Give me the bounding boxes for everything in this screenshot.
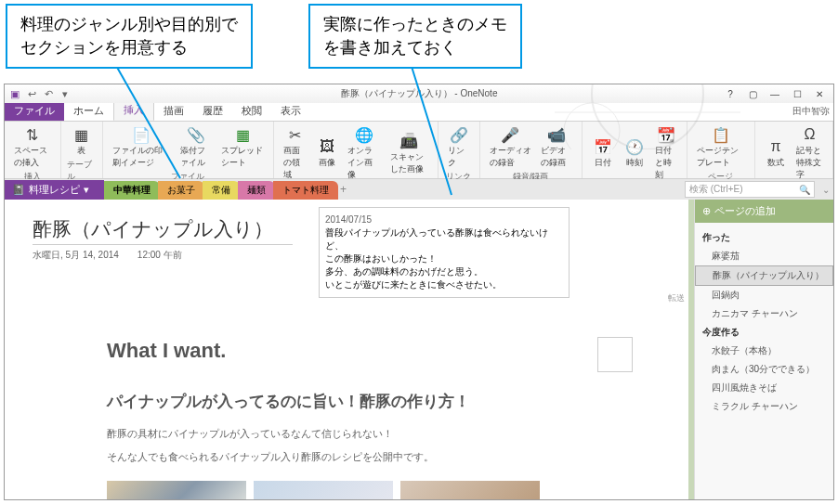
link-button[interactable]: 🔗リンク	[444, 123, 474, 171]
tag-label: 転送	[668, 292, 685, 304]
article-image[interactable]	[254, 481, 393, 499]
ribbon-content: ⇅スペースの挿入挿入 ▦表テーブル 📄ファイルの印刷イメージ 📎添付ファイル ▦…	[5, 122, 833, 179]
search-scope-icon[interactable]: ⌄	[822, 185, 830, 195]
tab-history[interactable]: 履歴	[193, 101, 232, 121]
page-panel: ⊕ページの追加 作った麻婆茄酢豚（パイナップル入り）回鍋肉カニカマ チャーハン今…	[694, 200, 833, 499]
section-tab[interactable]: トマト料理	[273, 181, 338, 200]
page-item[interactable]: カニカマ チャーハン	[695, 304, 833, 323]
close-icon[interactable]: ✕	[809, 87, 830, 100]
help-icon[interactable]: ?	[720, 87, 740, 100]
file-printout-button[interactable]: 📄ファイルの印刷イメージ	[109, 123, 175, 171]
date-icon: 📅	[594, 137, 612, 156]
time-button[interactable]: 🕐時刻	[620, 136, 649, 171]
ribbon-toggle-icon[interactable]: ▢	[742, 87, 763, 100]
table-button[interactable]: ▦表	[67, 123, 97, 159]
table-icon: ▦	[72, 125, 91, 144]
picture-button[interactable]: 🖼画像	[312, 136, 342, 171]
spreadsheet-button[interactable]: ▦スプレッドシート	[217, 123, 268, 171]
add-page-button[interactable]: ⊕ページの追加	[695, 200, 833, 223]
page-item[interactable]: 酢豚（パイナップル入り）	[695, 265, 833, 286]
onenote-window: ▣ ↩ ↶ ▾ 酢豚（パイナップル入り） - OneNote ? ▢ — ☐ ✕…	[4, 84, 834, 500]
template-icon: 📋	[712, 125, 730, 144]
video-icon: 📹	[547, 125, 566, 144]
article-paragraph[interactable]: そんな人でも食べられるパイナップル入り酢豚のレシピを公開中です。	[107, 450, 633, 464]
date-button[interactable]: 📅日付	[588, 136, 618, 171]
attach-icon: 📎	[187, 125, 205, 144]
add-section-button[interactable]: +	[340, 183, 347, 196]
scanner-icon: 📠	[399, 132, 418, 150]
picture-icon: 🖼	[318, 137, 336, 156]
printout-icon: 📄	[132, 125, 151, 144]
page-date[interactable]: 水曜日, 5月 14, 2014 12:00 午前	[33, 249, 293, 262]
tab-file[interactable]: ファイル	[5, 101, 64, 121]
note-line: この酢豚はおいしかった！	[325, 252, 563, 265]
article-subheading[interactable]: パイナップルが入ってるのに旨い！酢豚の作り方！	[107, 391, 633, 412]
tab-home[interactable]: ホーム	[64, 101, 113, 121]
datetime-icon: 📆	[657, 125, 675, 144]
undo-icon[interactable]: ↶	[42, 87, 55, 100]
note-date: 2014/07/15	[325, 213, 563, 226]
scanned-image-button[interactable]: 📠スキャンした画像	[386, 130, 432, 177]
equation-button[interactable]: π数式	[761, 136, 791, 171]
attach-file-button[interactable]: 📎添付ファイル	[177, 123, 216, 171]
equation-icon: π	[766, 137, 785, 156]
page-template-button[interactable]: 📋ページテンプレート	[693, 123, 749, 171]
page-item[interactable]: 麻婆茄	[695, 247, 833, 265]
search-input[interactable]: 検索 (Ctrl+E)🔍	[685, 181, 815, 198]
titlebar: ▣ ↩ ↶ ▾ 酢豚（パイナップル入り） - OneNote ? ▢ — ☐ ✕	[5, 84, 833, 103]
page-item[interactable]: 肉まん（30分でできる）	[695, 360, 833, 379]
note-line: いとこが遊びに来たときに食べさせたい。	[325, 278, 563, 291]
tab-view[interactable]: 表示	[271, 101, 310, 121]
back-icon[interactable]: ↩	[25, 87, 38, 100]
page-item[interactable]: 水餃子（本格）	[695, 342, 833, 360]
user-name[interactable]: 田中智弥	[792, 105, 830, 118]
insert-space-button[interactable]: ⇅スペースの挿入	[10, 123, 55, 171]
tab-draw[interactable]: 描画	[154, 101, 193, 121]
section-tab[interactable]: 中華料理	[104, 181, 160, 200]
app-icon: ▣	[8, 87, 21, 100]
page-item[interactable]: 回鍋肉	[695, 286, 833, 304]
article-paragraph[interactable]: 酢豚の具材にパイナップルが入っているなんて信じられない！	[107, 427, 633, 441]
section-tab[interactable]: お菓子	[158, 181, 204, 200]
page-group[interactable]: 今度作る	[695, 323, 833, 342]
audio-icon: 🎤	[501, 125, 519, 144]
page-item[interactable]: ミラクル チャーハン	[695, 397, 833, 416]
notebook-dropdown[interactable]: 📓料理レシピ▾	[5, 180, 104, 200]
page-title[interactable]: 酢豚（パイナップル入り）	[33, 216, 293, 245]
ribbon-tabs: ファイル ホーム 挿入 描画 履歴 校閲 表示	[5, 103, 833, 122]
screen-clip-button[interactable]: ✂画面の領域	[280, 123, 310, 183]
article-image[interactable]	[400, 481, 540, 499]
minimize-icon[interactable]: —	[765, 87, 785, 100]
tab-review[interactable]: 校閲	[232, 101, 271, 121]
maximize-icon[interactable]: ☐	[787, 87, 807, 100]
space-icon: ⇅	[23, 125, 42, 144]
page-item[interactable]: 四川風焼きそば	[695, 379, 833, 397]
notebook-bar: 📓料理レシピ▾ 中華料理お菓子常備麺類トマト料理 + 検索 (Ctrl+E)🔍 …	[5, 179, 833, 200]
link-icon: 🔗	[450, 125, 468, 144]
callout-left: 料理のジャンル別や目的別で セクションを用意する	[6, 4, 253, 69]
customize-icon[interactable]: ▾	[59, 87, 72, 100]
page-group[interactable]: 作った	[695, 228, 833, 247]
callout-right: 実際に作ったときのメモ を書き加えておく	[308, 4, 522, 69]
datetime-button[interactable]: 📆日付と時刻	[651, 123, 681, 183]
note-line: 普段パイナップルが入っている酢豚は食べられないけど、	[325, 226, 563, 252]
search-icon: 🔍	[799, 185, 810, 195]
clip-icon: ✂	[286, 125, 305, 144]
page-canvas[interactable]: 酢豚（パイナップル入り） 水曜日, 5月 14, 2014 12:00 午前 2…	[5, 200, 694, 499]
symbol-button[interactable]: Ω記号と特殊文字	[792, 123, 827, 183]
note-container[interactable]: 2014/07/15 普段パイナップルが入っている酢豚は食べられないけど、 この…	[319, 207, 570, 298]
note-line: 多分、あの調味料のおかげだと思う。	[325, 265, 563, 278]
symbol-icon: Ω	[801, 125, 819, 144]
record-video-button[interactable]: 📹ビデオの録画	[537, 123, 576, 171]
article-heading[interactable]: What I want.	[107, 339, 633, 363]
plus-icon: ⊕	[702, 205, 711, 217]
online-picture-button[interactable]: 🌐オンライン画像	[344, 123, 385, 183]
record-audio-button[interactable]: 🎤オーディオの録音	[486, 123, 535, 171]
time-icon: 🕐	[625, 137, 644, 156]
notebook-icon: 📓	[12, 184, 25, 196]
online-picture-icon: 🌐	[355, 125, 373, 144]
section-tab[interactable]: 麺類	[238, 181, 275, 200]
section-tab[interactable]: 常備	[203, 181, 240, 200]
article-image[interactable]	[107, 481, 246, 499]
chevron-down-icon: ▾	[84, 184, 89, 196]
